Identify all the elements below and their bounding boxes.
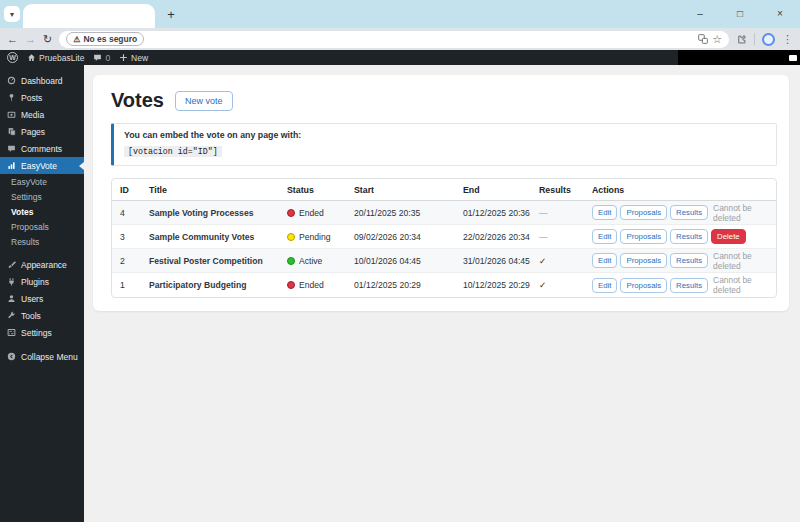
security-chip[interactable]: ⚠ No es seguro xyxy=(66,32,144,46)
sidebar-item-easyvote[interactable]: EasyVote xyxy=(0,157,84,174)
column-header-start: Start xyxy=(354,185,463,195)
browser-window: ▾ + – □ × ← → ↻ ⚠ No es seguro ☆ ⋮ xyxy=(0,0,800,522)
extensions-puzzle-icon[interactable] xyxy=(736,34,747,45)
delete-button[interactable]: Delete xyxy=(711,229,746,244)
tab-search-button[interactable]: ▾ xyxy=(4,6,20,22)
chart-icon xyxy=(7,161,16,170)
profile-avatar[interactable] xyxy=(762,33,775,46)
sidebar-subitem-label: Proposals xyxy=(11,222,49,232)
new-tab-button[interactable]: + xyxy=(161,4,181,24)
new-label: New xyxy=(131,53,148,63)
sidebar-item-comments[interactable]: Comments xyxy=(0,140,84,157)
table-header-row: IDTitleStatusStartEndResultsActions xyxy=(112,179,776,201)
cell-actions: EditProposalsResultsCannot be deleted xyxy=(592,275,768,295)
back-button[interactable]: ← xyxy=(7,34,18,45)
sidebar-item-label: Settings xyxy=(21,328,52,338)
minimize-button[interactable]: – xyxy=(680,0,720,26)
status-dot-icon xyxy=(287,209,295,217)
wordpress-logo-icon[interactable]: W xyxy=(7,52,18,63)
sidebar-item-tools[interactable]: Tools xyxy=(0,307,84,324)
proposals-button[interactable]: Proposals xyxy=(620,205,667,220)
active-tab[interactable] xyxy=(23,4,155,28)
plug-icon xyxy=(7,277,16,286)
sidebar-item-pages[interactable]: Pages xyxy=(0,123,84,140)
address-bar[interactable]: ⚠ No es seguro ☆ xyxy=(59,31,729,48)
sidebar-item-label: Media xyxy=(21,110,44,120)
sidebar-item-posts[interactable]: Posts xyxy=(0,89,84,106)
close-button[interactable]: × xyxy=(760,0,800,26)
browser-toolbar: ← → ↻ ⚠ No es seguro ☆ ⋮ xyxy=(0,28,800,50)
bookmark-star-icon[interactable]: ☆ xyxy=(712,33,722,46)
user-icon xyxy=(7,294,16,303)
sidebar-item-label: Appearance xyxy=(21,260,67,270)
comment-icon xyxy=(93,53,102,62)
edit-button[interactable]: Edit xyxy=(592,205,617,220)
table-row-vote-3: 3Sample Community VotesPending09/02/2026… xyxy=(112,225,776,249)
column-header-id: ID xyxy=(120,185,149,195)
proposals-button[interactable]: Proposals xyxy=(620,229,667,244)
cell-title: Participatory Budgeting xyxy=(149,280,287,290)
adminbar-site-link[interactable]: PruebasLite xyxy=(27,53,84,63)
sidebar-item-settings[interactable]: Settings xyxy=(0,324,84,341)
forward-button[interactable]: → xyxy=(25,34,36,45)
cell-actions: EditProposalsResultsCannot be deleted xyxy=(592,203,768,223)
cell-end: 10/12/2025 20:29 xyxy=(463,280,539,290)
tab-strip: ▾ + – □ × xyxy=(0,0,800,28)
column-header-results: Results xyxy=(539,185,592,195)
new-vote-button[interactable]: New vote xyxy=(175,91,233,111)
cell-id: 3 xyxy=(120,232,149,242)
column-header-end: End xyxy=(463,185,539,195)
cell-results: ✓ xyxy=(539,280,592,290)
cell-results: — xyxy=(539,232,592,242)
sidebar-subitem-easyvote[interactable]: EasyVote xyxy=(0,174,84,189)
edit-button[interactable]: Edit xyxy=(592,278,617,293)
results-button[interactable]: Results xyxy=(670,205,708,220)
maximize-button[interactable]: □ xyxy=(720,0,760,26)
status-dot-icon xyxy=(287,233,295,241)
sidebar-subitem-votes[interactable]: Votes xyxy=(0,204,84,219)
sidebar-item-plugins[interactable]: Plugins xyxy=(0,273,84,290)
sidebar-item-label: Users xyxy=(21,294,43,304)
screen-indicator-icon xyxy=(789,55,797,61)
sidebar-item-appearance[interactable]: Appearance xyxy=(0,256,84,273)
sidebar-subitem-results[interactable]: Results xyxy=(0,234,84,249)
window-controls: – □ × xyxy=(680,0,800,28)
results-button[interactable]: Results xyxy=(670,253,708,268)
edit-button[interactable]: Edit xyxy=(592,253,617,268)
cell-results: ✓ xyxy=(539,256,592,266)
cell-results: — xyxy=(539,208,592,218)
results-button[interactable]: Results xyxy=(670,229,708,244)
sidebar-item-label: EasyVote xyxy=(21,161,57,171)
status-dot-icon xyxy=(287,257,295,265)
cell-end: 22/02/2026 20:34 xyxy=(463,232,539,242)
home-icon xyxy=(27,53,36,62)
column-header-actions: Actions xyxy=(592,185,768,195)
site-name: PruebasLite xyxy=(39,53,84,63)
sidebar-item-dashboard[interactable]: Dashboard xyxy=(0,72,84,89)
status-label: Pending xyxy=(299,232,331,242)
sidebar-item-users[interactable]: Users xyxy=(0,290,84,307)
cannot-delete-note: Cannot be deleted xyxy=(713,275,768,295)
adminbar-comments-link[interactable]: 0 xyxy=(93,53,110,63)
sidebar-item-label: Dashboard xyxy=(21,76,63,86)
edit-button[interactable]: Edit xyxy=(592,229,617,244)
translate-icon[interactable] xyxy=(698,34,708,44)
wp-admin-bar: W PruebasLite 0 New xyxy=(0,50,800,65)
results-button[interactable]: Results xyxy=(670,278,708,293)
sidebar-subitem-proposals[interactable]: Proposals xyxy=(0,219,84,234)
proposals-button[interactable]: Proposals xyxy=(620,278,667,293)
adminbar-new-link[interactable]: New xyxy=(119,53,148,63)
sidebar-item-label: Pages xyxy=(21,127,45,137)
reload-button[interactable]: ↻ xyxy=(43,34,52,45)
media-icon xyxy=(7,110,16,119)
adminbar-right-overlay xyxy=(678,50,800,65)
sidebar-item-media[interactable]: Media xyxy=(0,106,84,123)
sidebar-subitem-settings[interactable]: Settings xyxy=(0,189,84,204)
cell-start: 01/12/2025 20:29 xyxy=(354,280,463,290)
proposals-button[interactable]: Proposals xyxy=(620,253,667,268)
sidebar-item-collapse-menu[interactable]: Collapse Menu xyxy=(0,348,84,365)
column-header-title: Title xyxy=(149,185,287,195)
cell-id: 2 xyxy=(120,256,149,266)
browser-menu-icon[interactable]: ⋮ xyxy=(782,33,793,46)
pin-icon xyxy=(7,93,16,102)
